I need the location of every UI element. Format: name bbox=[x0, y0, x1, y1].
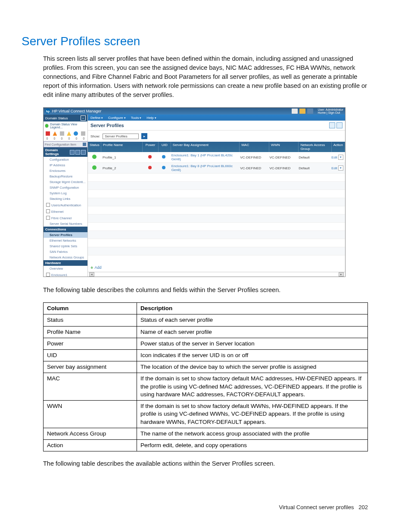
help-icon[interactable] bbox=[336, 122, 342, 128]
sidebar-item[interactable]: Fibre Channel bbox=[44, 215, 87, 221]
sidebar-item[interactable]: Shared Uplink Sets bbox=[44, 243, 87, 249]
table-row: UIDIcon indicates if the server UID is o… bbox=[44, 349, 368, 361]
panel-title: Server Profiles bbox=[90, 123, 124, 128]
sidebar-item[interactable]: Overview bbox=[44, 266, 87, 271]
collapse-icon[interactable]: − bbox=[81, 115, 86, 121]
col-bay[interactable]: Server Bay Assignment bbox=[171, 142, 240, 152]
cell-bay[interactable]: Enclosure1: Bay 1 (HP ProLiant BL420c Ge… bbox=[170, 152, 239, 162]
power-off-icon bbox=[148, 166, 152, 169]
grid-row[interactable]: Profile_2 Enclosure1: Bay 8 (HP ProLiant… bbox=[88, 163, 345, 174]
topbar-icon[interactable] bbox=[299, 109, 305, 114]
domain-status-line[interactable]: Domain Status View Legend... bbox=[44, 121, 87, 130]
th-column: Column bbox=[44, 303, 137, 314]
page-footer: Virtual Connect server profiles 202 bbox=[279, 504, 368, 510]
domain-status-header[interactable]: Domain Status − bbox=[44, 115, 87, 121]
add-button[interactable]: + Add bbox=[88, 263, 345, 272]
dropdown-icon[interactable]: ▾ bbox=[338, 165, 343, 171]
chevron-down-icon[interactable] bbox=[83, 143, 86, 146]
table-row: StatusStatus of each server profile bbox=[44, 314, 368, 326]
scroll-up-icon[interactable] bbox=[81, 150, 86, 155]
col-status[interactable]: Status bbox=[88, 142, 101, 152]
panel-icon[interactable] bbox=[70, 150, 75, 155]
menu-tools[interactable]: Tools bbox=[131, 116, 142, 120]
sidebar-item-server-profiles[interactable]: Server Profiles bbox=[44, 232, 87, 238]
table-row: ActionPerform edit, delete, and copy ope… bbox=[44, 439, 368, 451]
critical-icon[interactable] bbox=[46, 131, 50, 136]
sidebar-item[interactable]: Enclosures bbox=[44, 168, 87, 174]
edit-button[interactable]: Edit▾ bbox=[331, 155, 343, 160]
table-row: WWNIf the domain is set to show factory … bbox=[44, 401, 368, 428]
info-icon[interactable] bbox=[74, 131, 78, 136]
menu-configure[interactable]: Configure bbox=[108, 116, 126, 120]
unknown-icon[interactable] bbox=[60, 131, 64, 136]
sidebar-item[interactable]: System Log bbox=[44, 190, 87, 196]
sidebar-item[interactable]: IP Address bbox=[44, 162, 87, 168]
expand-icon[interactable] bbox=[46, 209, 50, 213]
show-go-button[interactable]: ▸ bbox=[141, 133, 147, 139]
scroll-right-icon[interactable]: ▸ bbox=[339, 272, 344, 277]
intro-paragraph: This screen lists all server profiles th… bbox=[43, 54, 368, 100]
caution-icon[interactable] bbox=[67, 131, 71, 136]
show-select[interactable]: Server Profiles bbox=[103, 134, 139, 139]
h-scrollbar[interactable]: ◂ ▸ bbox=[88, 272, 345, 277]
print-icon[interactable] bbox=[329, 122, 335, 128]
col-action[interactable]: Action bbox=[332, 142, 345, 152]
sidebar-item[interactable]: SAN Fabrics bbox=[44, 249, 87, 255]
col-power[interactable]: Power bbox=[143, 142, 159, 152]
grid-row[interactable]: Profile_1 Enclosure1: Bay 1 (HP ProLiant… bbox=[88, 152, 345, 163]
menu-define[interactable]: Define bbox=[90, 116, 103, 120]
profiles-grid: Status Profile Name Power UID Server Bay… bbox=[88, 142, 345, 263]
grid-row-empty bbox=[88, 223, 345, 231]
sidebar-item[interactable]: Network Access Groups bbox=[44, 255, 87, 260]
grid-row-empty bbox=[88, 206, 345, 215]
col-profile-name[interactable]: Profile Name bbox=[101, 142, 143, 152]
sidebar-item[interactable]: Configuration bbox=[44, 157, 87, 162]
expand-icon[interactable] bbox=[46, 203, 50, 207]
hardware-header[interactable]: Hardware bbox=[44, 260, 87, 266]
expand-icon[interactable] bbox=[46, 273, 50, 277]
sidebar: Domain Status − Domain Status View Legen… bbox=[44, 115, 88, 277]
status-icon-row bbox=[44, 130, 87, 137]
table-row: Server bay assignmentThe location of the… bbox=[44, 361, 368, 373]
scroll-left-icon[interactable]: ◂ bbox=[89, 272, 94, 277]
sidebar-item[interactable]: Ethernet Networks bbox=[44, 238, 87, 243]
sidebar-item[interactable]: Stacking Links bbox=[44, 196, 87, 202]
sidebar-item[interactable]: SNMP Configuration bbox=[44, 185, 87, 190]
main-panel: Define Configure Tools Help Server Profi… bbox=[88, 115, 345, 277]
topbar-icon[interactable] bbox=[292, 109, 298, 114]
domain-settings-header[interactable]: Domain Settings bbox=[44, 147, 87, 157]
col-wwn[interactable]: WWN bbox=[269, 142, 299, 152]
grid-row-empty bbox=[88, 198, 345, 206]
warning-icon[interactable] bbox=[53, 131, 57, 136]
topbar-icon[interactable] bbox=[307, 109, 313, 114]
find-config-input[interactable]: Find Configuration Item bbox=[44, 141, 87, 147]
connections-header[interactable]: Connections bbox=[44, 227, 87, 232]
edit-button[interactable]: Edit▾ bbox=[331, 165, 343, 171]
menu-help[interactable]: Help bbox=[146, 116, 156, 120]
dropdown-icon[interactable]: ▾ bbox=[338, 155, 343, 160]
cell-wwn: VC-DEFINED bbox=[268, 165, 297, 171]
sidebar-item[interactable]: Server Serial Numbers bbox=[44, 221, 87, 227]
col-uid[interactable]: UID bbox=[159, 142, 171, 152]
sidebar-item[interactable]: Enclosure1 bbox=[44, 271, 87, 277]
page-title: Server Profiles screen bbox=[22, 34, 368, 48]
sidebar-item[interactable]: Storage Mgmt Credenti... bbox=[44, 179, 87, 185]
expand-icon[interactable] bbox=[46, 216, 50, 220]
app-screenshot: hp HP Virtual Connect Manager User: Admi… bbox=[43, 107, 346, 277]
user-box[interactable]: User: Administrator Home | Sign Out bbox=[318, 108, 343, 114]
cell-bay[interactable]: Enclosure1: Bay 8 (HP ProLiant BL660c Ge… bbox=[170, 163, 239, 173]
plus-icon: + bbox=[90, 265, 93, 270]
sidebar-item[interactable]: Backup/Restore bbox=[44, 174, 87, 179]
grid-row-empty bbox=[88, 231, 345, 239]
grid-row-empty bbox=[88, 182, 345, 190]
status-ok-icon bbox=[92, 165, 97, 170]
col-nag[interactable]: Network Access Group bbox=[299, 142, 331, 152]
col-mac[interactable]: MAC bbox=[240, 142, 269, 152]
sidebar-item[interactable]: Ethernet bbox=[44, 208, 87, 215]
sidebar-item[interactable]: Users/Authentication bbox=[44, 202, 87, 208]
actions-intro: The following table describes the availa… bbox=[43, 459, 368, 468]
other-icon[interactable] bbox=[81, 131, 85, 136]
panel-icon[interactable] bbox=[75, 150, 80, 155]
table-row: Profile NameName of each server profile bbox=[44, 326, 368, 338]
cell-mac: VC-DEFINED bbox=[239, 154, 268, 161]
